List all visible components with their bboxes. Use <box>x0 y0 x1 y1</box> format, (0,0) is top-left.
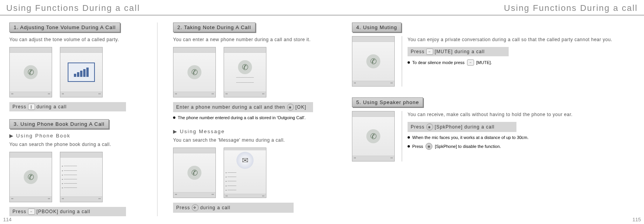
phone-screen: ✉ • ────• ────• ────• ────• ──── ▪▪▪▪ <box>224 148 266 198</box>
ok-key-icon: ◉ <box>426 123 433 130</box>
section-4-head: 4. Using Muting <box>352 23 401 32</box>
page-number-left: 114 <box>3 217 12 222</box>
section-2-desc: You can enter a new phone number during … <box>173 36 329 43</box>
phone-screen: ✆ ▪▪▪▪ <box>352 111 395 161</box>
instruction-text: during a call <box>200 205 231 210</box>
section-3b-screens: ✆ ▪▪▪▪ ✉ • ────• ────• ────• ────• ──── … <box>173 148 329 198</box>
phone-call-icon: ✆ <box>238 60 252 74</box>
section-2-bullet: The phone number entered during a call i… <box>173 115 329 120</box>
right-half: 4. Using Muting ✆ ▪▪▪▪ You can enjoy a p… <box>344 23 635 216</box>
bullet-text: [MUTE]. <box>476 60 492 65</box>
phone-call-icon: ✆ <box>24 65 38 79</box>
volume-indicator-icon <box>68 63 95 82</box>
instruction-text: Press <box>176 205 190 210</box>
instruction-text: Press <box>411 124 425 130</box>
softkey-icon: − <box>426 49 433 55</box>
page-numbers: 114 115 <box>0 217 644 222</box>
bullet-dot-icon <box>408 145 410 148</box>
section-5-desc: You can receive, make calls without havi… <box>408 111 635 118</box>
section-4: 4. Using Muting ✆ ▪▪▪▪ You can enjoy a p… <box>352 23 635 87</box>
section-1-screens: ✆ ▪▪▪▪ ▪▪▪▪ <box>9 47 142 97</box>
section-2-head: 2. Taking Note During A Call <box>173 23 256 32</box>
phone-screen: ▪▪▪▪ <box>60 47 103 97</box>
ok-key-icon: ◉ <box>287 104 294 111</box>
phone-call-icon: ✆ <box>24 170 38 184</box>
section-4-desc: You can enjoy a private conversation dur… <box>408 36 635 43</box>
section-3a-subhead: ▶ Using Phone Book <box>9 133 142 139</box>
section-3b-instruction: Press ✥ during a call <box>173 203 294 213</box>
phone-screen: ✆ ▪▪▪▪ <box>352 36 395 87</box>
section-3a-desc: You can search the phone book during a c… <box>9 141 142 148</box>
bullet-dot-icon <box>408 61 410 64</box>
vertical-divider <box>157 23 158 216</box>
instruction-text: Enter a phone number during a call and t… <box>176 104 285 110</box>
section-5-bullet2: Press ◉ [SpkPhone] to disable the functi… <box>408 143 635 150</box>
instruction-text: [PBOOK] during a call <box>37 209 90 214</box>
page-header: Using Functions During a call Using Func… <box>0 0 644 16</box>
section-3b-desc: You can search the 'Message' menu during… <box>173 137 329 144</box>
section-3a-instruction: Press − [PBOOK] during a call <box>9 207 126 216</box>
bullet-dot-icon <box>408 136 410 139</box>
content: 1. Adjusting Tone Volume During A Call Y… <box>0 16 644 216</box>
column-1: 1. Adjusting Tone Volume During A Call Y… <box>9 23 142 216</box>
instruction-text: Press <box>12 104 26 109</box>
phone-screen: ✆──────────────── ▪▪▪▪ <box>224 47 266 97</box>
section-3b-subhead: ▶ Using Message <box>173 128 329 134</box>
bullet-text: Press <box>412 144 423 149</box>
instruction-text: [SpkPhone] during a call <box>435 124 495 130</box>
instruction-text: during a call <box>37 104 67 109</box>
phone-call-icon: ✆ <box>187 65 201 79</box>
section-1-desc: You can adjust the tone volume of a call… <box>9 36 142 43</box>
phone-screen: ✆ ▪▪▪▪ <box>9 152 52 202</box>
phone-call-icon: ✆ <box>366 129 380 143</box>
instruction-text: Press <box>411 49 425 54</box>
section-3-head: 3. Using Phone Book During A Call <box>9 119 109 129</box>
bullet-text: [SpkPhone] to disable the function. <box>435 144 501 149</box>
phone-screen: ✆ ▪▪▪▪ <box>9 47 52 97</box>
phone-call-icon: ✆ <box>366 54 380 68</box>
phonebook-menu-list: • ──────• ──────• ──────• ──────• ──────… <box>62 164 101 190</box>
column-2: 2. Taking Note During A Call You can ent… <box>173 23 329 216</box>
nav-key-icon: ✥ <box>192 204 199 211</box>
section-2-instruction: Enter a phone number during a call and t… <box>173 102 313 112</box>
softkey-icon: − <box>467 59 474 66</box>
section-4-instruction: Press − [MUTE] during a call <box>408 47 509 56</box>
section-5-head: 5. Using Speaker phone <box>352 97 423 107</box>
section-5-text: You can receive, make calls without havi… <box>402 111 635 161</box>
message-icon: ✉ <box>236 152 254 169</box>
softkey-icon: − <box>28 208 35 215</box>
bullet-dot-icon <box>173 116 175 119</box>
left-half: 1. Adjusting Tone Volume During A Call Y… <box>9 23 329 216</box>
section-2-screens: ✆ ▪▪▪▪ ✆──────────────── ▪▪▪▪ <box>173 47 329 97</box>
phone-screen: ✆ ▪▪▪▪ <box>173 47 216 97</box>
section-5-bullet1: When the mic faces you, it works at a di… <box>408 135 635 140</box>
header-title-left: Using Functions During a call <box>6 3 140 13</box>
section-3a-screens: ✆ ▪▪▪▪ • ──────• ──────• ──────• ──────•… <box>9 152 142 202</box>
section-5-instruction: Press ◉ [SpkPhone] during a call <box>408 122 516 132</box>
section-4-text: You can enjoy a private conversation dur… <box>402 36 635 87</box>
phone-screen: • ──────• ──────• ──────• ──────• ──────… <box>60 152 103 202</box>
section-4-bullet: To dear silence mode press − [MUTE]. <box>408 59 635 66</box>
section-1-head: 1. Adjusting Tone Volume During A Call <box>9 23 120 32</box>
instruction-text: Press <box>12 209 26 214</box>
section-1-instruction: Press ‖ during a call <box>9 102 126 111</box>
bullet-text: When the mic faces you, it works at a di… <box>412 135 528 140</box>
header-title-right: Using Functions During a call <box>504 3 638 13</box>
ok-key-icon: ◉ <box>425 143 432 150</box>
section-5: 5. Using Speaker phone ✆ ▪▪▪▪ You can re… <box>352 97 635 161</box>
bullet-text: To dear silence mode press <box>412 60 465 65</box>
page-number-right: 115 <box>632 217 641 222</box>
message-menu-list: • ────• ────• ────• ────• ──── <box>226 170 264 192</box>
instruction-text: [OK] <box>296 104 306 110</box>
phone-screen: ✆ ▪▪▪▪ <box>173 148 216 198</box>
phone-call-icon: ✆ <box>187 166 201 180</box>
instruction-text: [MUTE] during a call <box>435 49 485 54</box>
volume-key-icon: ‖ <box>28 104 35 110</box>
bullet-text: The phone number entered during a call i… <box>178 115 306 120</box>
